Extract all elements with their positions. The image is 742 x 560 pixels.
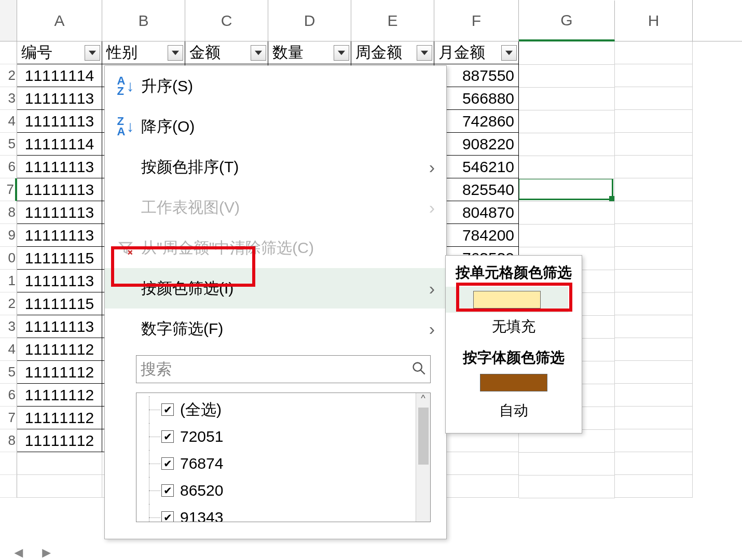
cell[interactable]: 546210 [434, 156, 519, 178]
cell[interactable]: 11111112 [17, 361, 102, 384]
cell[interactable] [519, 475, 615, 498]
checkbox-icon[interactable]: ✔ [161, 430, 174, 443]
cell[interactable]: 908220 [434, 133, 519, 156]
cell[interactable] [519, 133, 615, 156]
col-header-G[interactable]: G [519, 1, 615, 41]
col-header-F[interactable]: F [434, 0, 519, 41]
cell[interactable] [17, 475, 102, 498]
cell[interactable] [615, 407, 693, 429]
menu-filter-by-color[interactable]: 按颜色筛选(I) › [105, 268, 446, 309]
cell[interactable] [519, 453, 615, 475]
row-number[interactable]: 4 [0, 338, 17, 361]
col-header-A[interactable]: A [17, 0, 102, 41]
row-number[interactable]: 9 [0, 224, 17, 247]
menu-sort-desc[interactable]: ZA↓ 降序(O) [105, 106, 446, 147]
row-number[interactable]: 2 [0, 292, 17, 315]
cell[interactable] [615, 384, 693, 407]
cell[interactable] [17, 452, 102, 475]
cell[interactable]: 804870 [434, 201, 519, 224]
cell[interactable]: 11111114 [17, 64, 102, 87]
cell[interactable] [519, 225, 615, 247]
cell[interactable]: 11111114 [17, 133, 102, 156]
filter-button-E[interactable] [417, 45, 432, 61]
cell[interactable] [434, 475, 519, 498]
row-number[interactable]: 3 [0, 87, 17, 110]
col-header-C[interactable]: C [185, 0, 268, 41]
row-number[interactable]: 3 [0, 315, 17, 338]
filter-button-B[interactable] [168, 45, 183, 61]
row-number[interactable]: 7 [0, 407, 17, 429]
scroll-up-icon[interactable]: ^ [421, 393, 425, 407]
row-number[interactable]: 6 [0, 156, 17, 178]
row-number[interactable] [0, 475, 17, 498]
cell[interactable]: 11111115 [17, 247, 102, 270]
row-number[interactable]: 0 [0, 247, 17, 270]
cell[interactable] [615, 110, 693, 133]
cell[interactable] [615, 338, 693, 361]
col-header-B[interactable]: B [102, 0, 185, 41]
cell[interactable] [519, 202, 615, 225]
row-number[interactable]: 5 [0, 361, 17, 384]
cell[interactable]: 11111112 [17, 407, 102, 429]
font-color-option[interactable] [446, 372, 582, 397]
menu-sort-asc[interactable]: AZ↓ 升序(S) [105, 66, 446, 106]
row-number[interactable]: 1 [0, 270, 17, 292]
cell[interactable] [615, 270, 693, 292]
cell[interactable]: 11111113 [17, 201, 102, 224]
cell[interactable]: 11111113 [17, 87, 102, 110]
fill-handle[interactable] [609, 196, 614, 201]
filter-search-input[interactable]: 搜索 [136, 355, 431, 383]
filter-button-A[interactable] [85, 45, 100, 61]
checkbox-icon[interactable]: ✔ [161, 511, 174, 522]
cell[interactable] [519, 110, 615, 133]
cell[interactable]: 11111113 [17, 224, 102, 247]
row-number[interactable]: 5 [0, 133, 17, 156]
menu-number-filter[interactable]: 数字筛选(F) › [105, 309, 446, 349]
cell[interactable] [615, 224, 693, 247]
row-number[interactable] [0, 41, 17, 64]
checkbox-icon[interactable]: ✔ [161, 457, 174, 470]
cell[interactable] [519, 88, 615, 110]
sheet-nav-next[interactable]: ► [39, 544, 54, 556]
cell[interactable] [615, 292, 693, 315]
cell[interactable] [434, 452, 519, 475]
cell[interactable] [615, 133, 693, 156]
tree-item[interactable]: ✔ 86520 [146, 477, 430, 504]
sheet-nav-prev[interactable]: ◄ [11, 544, 26, 556]
cell[interactable] [615, 452, 693, 475]
row-number[interactable] [0, 452, 17, 475]
row-number[interactable]: 8 [0, 201, 17, 224]
auto-option[interactable]: 自动 [446, 397, 582, 425]
cell[interactable]: 11111113 [17, 315, 102, 338]
no-fill-option[interactable]: 无填充 [446, 313, 582, 341]
filter-button-D[interactable] [334, 45, 349, 61]
cell[interactable]: 887550 [434, 64, 519, 87]
cell[interactable]: 11111112 [17, 338, 102, 361]
row-number[interactable]: 2 [0, 64, 17, 87]
cell[interactable] [615, 361, 693, 384]
row-number[interactable]: 6 [0, 384, 17, 407]
filter-button-F[interactable] [501, 45, 517, 61]
cell[interactable] [615, 64, 693, 87]
cell[interactable]: 784200 [434, 224, 519, 247]
cell[interactable] [615, 315, 693, 338]
tree-item[interactable]: ✔ 76874 [146, 450, 430, 477]
cell[interactable] [615, 475, 693, 498]
col-header-H[interactable]: H [615, 0, 693, 41]
cell[interactable]: 11111113 [17, 270, 102, 292]
col-header-E[interactable]: E [351, 0, 434, 41]
cell[interactable]: 742860 [434, 110, 519, 133]
tree-item[interactable]: ✔ 72051 [146, 423, 430, 450]
checkbox-icon[interactable]: ✔ [161, 484, 174, 497]
cell[interactable]: 566880 [434, 87, 519, 110]
tree-scrollbar[interactable]: ^ [416, 393, 430, 522]
cell-color-option[interactable] [446, 287, 568, 313]
cell[interactable]: 11111113 [17, 156, 102, 178]
cell[interactable] [615, 156, 693, 178]
cell[interactable] [615, 87, 693, 110]
tree-item[interactable]: ✔ 91343 [146, 504, 430, 522]
col-header-D[interactable]: D [268, 0, 351, 41]
select-all-corner[interactable] [0, 0, 17, 41]
scroll-thumb[interactable] [418, 408, 429, 465]
cell[interactable] [615, 201, 693, 224]
